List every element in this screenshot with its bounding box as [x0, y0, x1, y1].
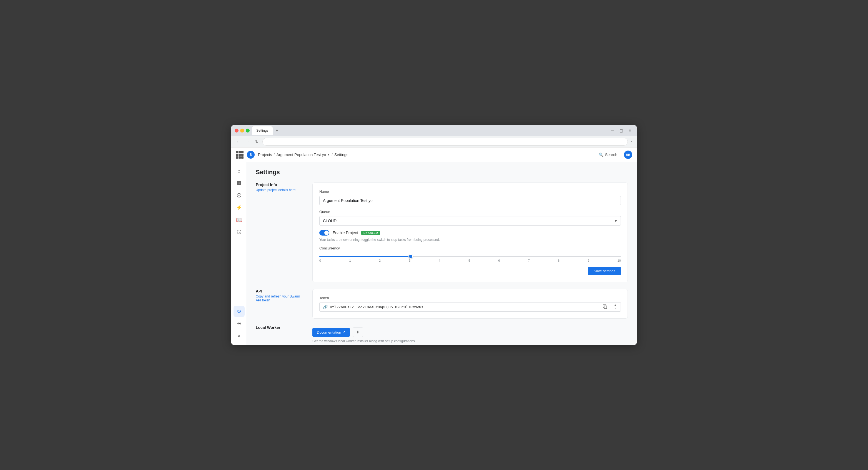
settings-icon: ⚙: [237, 309, 241, 315]
worker-actions: Documentation ↗ ⬇: [312, 327, 628, 337]
token-actions: [602, 303, 617, 311]
project-info-desc: Update project details here: [256, 188, 306, 192]
active-tab[interactable]: Settings: [252, 126, 273, 135]
local-worker-section: Local Worker Documentation ↗ ⬇ G: [256, 325, 628, 345]
enable-project-row: Enable Project ENABLED: [319, 230, 621, 236]
documentation-button[interactable]: Documentation ↗: [312, 328, 350, 337]
copy-token-btn[interactable]: [602, 303, 609, 311]
token-value: utlkZnnEsFx_ToqxLOeAur0apuQu5_O20cUlJEWN…: [330, 305, 424, 309]
address-bar: ← → ↻ ⋮: [231, 136, 637, 147]
refresh-icon: [612, 304, 616, 309]
book-icon: 📖: [236, 217, 242, 223]
tick-9: 9: [588, 259, 589, 262]
token-field-label: Token: [319, 296, 621, 300]
svg-rect-2: [237, 183, 239, 185]
page-title: Settings: [256, 169, 628, 176]
minimize-btn[interactable]: ─: [609, 127, 616, 134]
close-btn[interactable]: ✕: [627, 127, 633, 134]
sidebar-item-dashboard[interactable]: [234, 177, 245, 188]
breadcrumb: Projects / Argument Population Test yo ▼…: [258, 152, 348, 157]
enable-project-label: Enable Project: [333, 231, 358, 235]
tasks-icon: [237, 193, 242, 198]
key-icon: 🔗: [323, 305, 328, 309]
sidebar-item-theme[interactable]: ☀: [234, 318, 245, 329]
minimize-window-btn[interactable]: [240, 128, 244, 133]
toggle-thumb: [324, 231, 329, 235]
close-window-btn[interactable]: [235, 128, 239, 133]
project-info-label: Project Info Update project details here: [256, 182, 306, 282]
queue-field-label: Queue: [319, 210, 621, 214]
concurrency-slider-container: 0 1 2 3 4 5 6 7 8 9 10: [319, 254, 621, 262]
expand-icon: »: [238, 333, 240, 339]
browser-menu-btn[interactable]: ⋮: [629, 139, 634, 144]
name-field-label: Name: [319, 189, 621, 194]
tick-0: 0: [319, 259, 321, 262]
breadcrumb-sep-2: /: [332, 152, 333, 157]
api-label: API Copy and refresh your Swarm API toke…: [256, 289, 306, 319]
refresh-btn[interactable]: ↻: [253, 138, 261, 146]
svg-rect-0: [237, 181, 239, 183]
forward-btn[interactable]: →: [244, 138, 251, 146]
content-area: ⌂ ⚡ 📖 ⚙: [231, 162, 637, 345]
api-title: API: [256, 289, 306, 293]
breadcrumb-project[interactable]: Argument Population Test yo ▼: [276, 152, 330, 157]
concurrency-slider[interactable]: [319, 256, 621, 257]
sidebar-item-events[interactable]: ⚡: [234, 202, 245, 213]
sidebar: ⌂ ⚡ 📖 ⚙: [231, 162, 247, 345]
new-tab-button[interactable]: +: [274, 128, 280, 134]
queue-select[interactable]: CLOUD: [319, 216, 621, 226]
api-desc: Copy and refresh your Swarm API token: [256, 294, 306, 302]
svg-rect-1: [239, 181, 241, 183]
maximize-window-btn[interactable]: [246, 128, 250, 133]
external-link-icon: ↗: [343, 330, 345, 334]
tick-1: 1: [349, 259, 351, 262]
breadcrumb-sep-1: /: [274, 152, 275, 157]
queue-select-wrapper: CLOUD ▼: [319, 216, 621, 226]
enabled-badge: ENABLED: [361, 231, 380, 235]
tick-10: 10: [618, 259, 621, 262]
restore-btn[interactable]: ▢: [618, 127, 624, 134]
sidebar-item-home[interactable]: ⌂: [234, 165, 245, 176]
tick-4: 4: [439, 259, 440, 262]
url-input[interactable]: [262, 138, 628, 146]
project-info-card: Name Queue CLOUD ▼: [312, 182, 628, 282]
title-bar-actions: ─ ▢ ✕: [609, 127, 633, 134]
concurrency-label: Concurrency: [319, 246, 621, 250]
tab-bar: Settings +: [252, 126, 607, 135]
apps-icon[interactable]: [236, 151, 244, 158]
avatar[interactable]: BB: [624, 151, 632, 159]
back-btn[interactable]: ←: [234, 138, 242, 146]
enable-project-toggle[interactable]: [319, 230, 329, 236]
tick-2: 2: [379, 259, 381, 262]
sidebar-item-tasks[interactable]: [234, 190, 245, 201]
sidebar-item-history[interactable]: [234, 226, 245, 237]
search-button[interactable]: 🔍 Search: [599, 152, 617, 157]
sidebar-item-docs[interactable]: 📖: [234, 214, 245, 225]
enable-project-hint: Your tasks are now running, toggle the s…: [319, 238, 621, 242]
project-info-title: Project Info: [256, 182, 306, 187]
tab-label: Settings: [256, 128, 268, 133]
chevron-down-icon: ▼: [327, 153, 330, 156]
sidebar-item-expand[interactable]: »: [234, 330, 245, 342]
history-icon: [237, 230, 242, 234]
save-settings-button[interactable]: Save settings: [588, 267, 621, 275]
refresh-token-btn[interactable]: [611, 303, 617, 311]
top-navigation: S Projects / Argument Population Test yo…: [231, 147, 637, 162]
api-section: API Copy and refresh your Swarm API toke…: [256, 289, 628, 319]
title-bar: Settings + ─ ▢ ✕: [231, 125, 637, 136]
local-worker-content: Documentation ↗ ⬇ Get the windows local …: [312, 325, 628, 345]
download-button[interactable]: ⬇: [353, 327, 363, 337]
project-name-input[interactable]: [319, 196, 621, 205]
breadcrumb-projects[interactable]: Projects: [258, 152, 272, 157]
tick-7: 7: [528, 259, 530, 262]
local-worker-hint: Get the windows local worker installer a…: [312, 339, 628, 343]
tick-6: 6: [498, 259, 500, 262]
tick-5: 5: [468, 259, 470, 262]
local-worker-title: Local Worker: [256, 325, 306, 330]
svg-rect-6: [604, 306, 607, 309]
breadcrumb-project-name: Argument Population Test yo: [276, 152, 326, 157]
sidebar-item-settings[interactable]: ⚙: [234, 306, 245, 317]
api-card: Token 🔗 utlkZnnEsFx_ToqxLOeAur0apuQu5_O2…: [312, 289, 628, 319]
theme-icon: ☀: [237, 321, 241, 327]
local-worker-label: Local Worker: [256, 325, 306, 345]
